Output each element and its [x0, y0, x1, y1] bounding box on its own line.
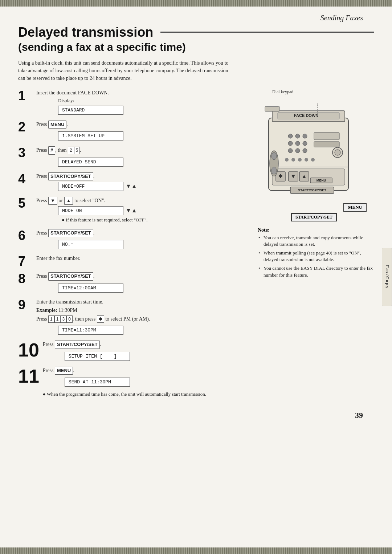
step-11-number: 11: [18, 367, 39, 386]
svg-text:FACE DOWN: FACE DOWN: [294, 113, 318, 118]
svg-point-4: [288, 134, 293, 138]
svg-rect-13: [314, 133, 339, 140]
start-copy-set-key-10: START/COPY/SET: [55, 341, 100, 349]
svg-point-38: [271, 167, 277, 174]
steps-left: 1 Insert the document FACE DOWN. Display…: [18, 89, 250, 403]
main-title: Delayed transmission: [18, 25, 153, 40]
key-5: 5: [74, 147, 80, 154]
fax-machine-svg: FACE DOWN: [258, 96, 363, 212]
note-section: Note: You can receive, transmit and copy…: [258, 227, 374, 278]
step-8-number: 8: [18, 272, 33, 285]
start-copy-set-key-8: START/COPY/SET: [48, 272, 93, 280]
step-6-text: Press START/COPY/SET.: [36, 229, 250, 237]
note-item-3: You cannot use the EASY DIAL directory t…: [258, 265, 374, 278]
step-10-text: Press START/COPY/SET.: [43, 341, 250, 349]
menu-key-11: MENU: [55, 367, 73, 375]
start-copy-set-key-6: START/COPY/SET: [48, 229, 93, 237]
step-6-content: Press START/COPY/SET. NO.=: [36, 229, 250, 250]
step-7-content: Enter the fax number.: [36, 255, 250, 264]
step-7-number: 7: [18, 255, 33, 268]
step-10-number: 10: [18, 341, 39, 359]
step-11-display: SEND AT 11:30PM: [65, 378, 130, 387]
step-1-content: Insert the document FACE DOWN. Display: …: [36, 89, 250, 117]
step-4: 4 Press START/COPY/SET. MODE=OFF ▼▲: [18, 172, 250, 192]
step-2-content: Press MENU. 1.SYSTEM SET UP: [36, 121, 250, 142]
step-8-content: Press START/COPY/SET. TIME=12:00AM: [36, 272, 250, 294]
step-5-note: ● If this feature is not required, selec…: [62, 217, 250, 223]
step-10-display: SETUP ITEM [ ]: [65, 352, 130, 361]
step-10: 10 Press START/COPY/SET. SETUP ITEM [ ]: [18, 341, 250, 362]
svg-text:START/COPY/SET: START/COPY/SET: [298, 188, 326, 192]
menu-button-label: MENU: [343, 203, 367, 212]
svg-rect-14: [314, 142, 339, 147]
sidebar-tab: Fax/Copy: [382, 248, 392, 306]
intro-text: Using a built-in clock, this unit can se…: [18, 59, 229, 82]
step-6-number: 6: [18, 229, 33, 242]
title-block: Delayed transmission: [18, 25, 374, 40]
step-2-text: Press MENU.: [36, 121, 250, 129]
step-5-content: Press ▼ or ▲ to select "ON". MODE=ON ▼▲ …: [36, 197, 250, 225]
step-8: 8 Press START/COPY/SET. TIME=12:00AM: [18, 272, 250, 294]
svg-point-37: [271, 152, 277, 160]
svg-rect-30: [265, 106, 279, 111]
step-8-display: TIME=12:00AM: [58, 284, 123, 293]
header-italic: Sending Faxes: [18, 14, 374, 22]
step-3-display: DELAYED SEND: [58, 158, 123, 167]
key-2: 2: [68, 147, 74, 154]
star-key: ✱: [97, 315, 104, 323]
step-9-example-label: Example: 11:30PM: [36, 307, 250, 314]
step-2-number: 2: [18, 121, 33, 134]
step-11: 11 Press MENU. SEND AT 11:30PM ● When th…: [18, 367, 250, 399]
step-5-number: 5: [18, 197, 33, 210]
start-button-label: START/COPY/SET: [291, 213, 337, 221]
top-border: [0, 0, 392, 7]
step-3-text: Press #, then 25.: [36, 146, 250, 154]
step-2: 2 Press MENU. 1.SYSTEM SET UP: [18, 121, 250, 142]
step-1-display-label: Display:: [58, 98, 250, 103]
key-1a: 1: [48, 315, 54, 323]
svg-text:▲: ▲: [301, 173, 307, 179]
step-9-content: Enter the transmission start time. Examp…: [36, 298, 250, 337]
step-9: 9 Enter the transmission start time. Exa…: [18, 298, 250, 337]
note-item-1: You can receive, transmit and copy docum…: [258, 235, 374, 248]
svg-text:✱: ✱: [278, 173, 283, 179]
step-9-display: TIME=11:30PM: [58, 326, 123, 335]
svg-point-11: [295, 148, 300, 153]
step-9-number: 9: [18, 298, 33, 311]
svg-text:▼: ▼: [290, 173, 296, 179]
svg-point-19: [298, 158, 302, 162]
svg-point-8: [295, 141, 300, 146]
step-4-display-row: MODE=OFF ▼▲: [58, 182, 250, 191]
step-6-display: NO.=: [58, 240, 123, 249]
title-underline: [160, 32, 374, 33]
svg-point-20: [305, 158, 308, 162]
up-arrow-key: ▲: [64, 197, 73, 205]
step-1-text: Insert the document FACE DOWN.: [36, 89, 250, 97]
svg-point-5: [295, 134, 300, 138]
step-4-number: 4: [18, 172, 33, 186]
svg-point-7: [288, 141, 293, 146]
step-5-display-row: MODE=ON ▼▲: [58, 206, 250, 215]
subtitle: (sending a fax at a specific time): [18, 41, 374, 53]
svg-point-6: [303, 134, 307, 138]
step-5-arrows: ▼▲: [126, 207, 137, 214]
step-1: 1 Insert the document FACE DOWN. Display…: [18, 89, 250, 117]
fax-illustration: Dial keypad FACE DOWN: [258, 89, 374, 221]
step-1-number: 1: [18, 89, 33, 102]
note-title: Note:: [258, 227, 374, 233]
step-7: 7 Enter the fax number.: [18, 255, 250, 268]
svg-point-17: [285, 158, 289, 162]
down-arrow-key: ▼: [48, 197, 57, 205]
note-item-2: When transmit polling (see page 40) is s…: [258, 250, 374, 263]
step-5-text: Press ▼ or ▲ to select "ON".: [36, 197, 250, 205]
step-7-text: Enter the fax number.: [36, 255, 250, 262]
step-9-text: Enter the transmission start time.: [36, 298, 250, 306]
start-button-label-wrap: START/COPY/SET: [258, 213, 374, 221]
step-4-text: Press START/COPY/SET.: [36, 172, 250, 180]
steps-section: 1 Insert the document FACE DOWN. Display…: [18, 89, 374, 403]
svg-text:MENU: MENU: [317, 179, 326, 182]
svg-point-16: [335, 150, 340, 155]
step-11-content: Press MENU. SEND AT 11:30PM ● When the p…: [43, 367, 250, 399]
step-11-note: ● When the programmed time has come, the…: [43, 391, 250, 398]
step-9-example-detail: Press 1130, then press ✱ to select PM (o…: [36, 315, 250, 323]
